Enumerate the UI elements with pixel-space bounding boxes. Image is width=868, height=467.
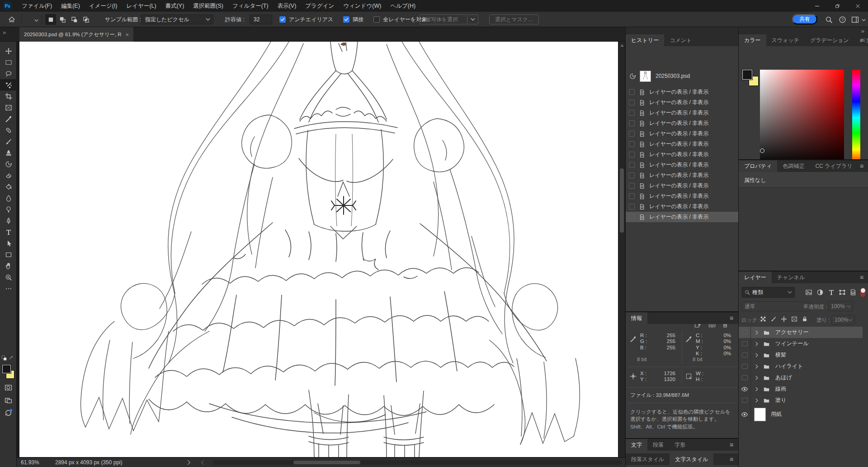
- tab-ヒストリー[interactable]: ヒストリー: [626, 34, 664, 46]
- document-tab[interactable]: 20250303.psd @ 61.9% (アクセサリー, RGB/8) * ×: [19, 27, 133, 42]
- info-panel-menu-icon[interactable]: ≡: [728, 315, 735, 322]
- share-button[interactable]: 共有: [792, 14, 817, 24]
- subtract-selection-mode-button[interactable]: [69, 14, 80, 25]
- filter-type-layers-icon[interactable]: [828, 289, 835, 296]
- quick-mask-icon[interactable]: [5, 384, 12, 391]
- tab-カラー[interactable]: カラー: [739, 34, 766, 46]
- history-entry[interactable]: レイヤーの表示 / 非表示: [626, 87, 739, 97]
- history-source-slot[interactable]: [629, 162, 635, 168]
- document-tab-close-icon[interactable]: ×: [125, 31, 129, 38]
- menu-フィルター(T)[interactable]: フィルター(T): [228, 0, 273, 12]
- magic-wand-tool[interactable]: [0, 79, 17, 91]
- crop-tool[interactable]: [0, 91, 17, 102]
- foreground-color-swatch[interactable]: [2, 365, 11, 373]
- hue-slider[interactable]: [852, 70, 860, 166]
- path-select-tool[interactable]: [0, 238, 17, 249]
- menu-編集(E)[interactable]: 編集(E): [57, 0, 85, 12]
- visibility-toggle[interactable]: [739, 338, 751, 349]
- layer-row-横髪[interactable]: 横髪: [739, 349, 863, 361]
- expand-group-icon[interactable]: [755, 387, 759, 391]
- tab-コメント[interactable]: コメント: [664, 34, 697, 46]
- history-entry[interactable]: レイヤーの表示 / 非表示: [626, 139, 739, 149]
- select-subject-dropdown[interactable]: [467, 14, 478, 24]
- filter-pixel-layers-icon[interactable]: [805, 289, 812, 296]
- style-panel-menu-icon[interactable]: ≡: [728, 456, 735, 463]
- tab-スウォッチ[interactable]: スウォッチ: [766, 34, 805, 46]
- canvas-artwork[interactable]: [19, 42, 618, 457]
- menu-書式(Y)[interactable]: 書式(Y): [161, 0, 189, 12]
- dodge-tool[interactable]: [0, 204, 17, 215]
- menu-プラグイン[interactable]: プラグイン: [301, 0, 339, 12]
- properties-panel-menu-icon[interactable]: ≡: [858, 162, 865, 170]
- paint-bucket-tool[interactable]: [0, 181, 17, 192]
- lasso-tool[interactable]: [0, 68, 17, 79]
- history-source-slot[interactable]: [629, 131, 635, 137]
- opacity-input[interactable]: 100%: [828, 301, 853, 311]
- search-icon[interactable]: [825, 16, 833, 24]
- blur-tool[interactable]: [0, 192, 17, 204]
- history-entry[interactable]: レイヤーの表示 / 非表示: [626, 201, 739, 212]
- history-source-slot[interactable]: [629, 193, 635, 199]
- horizontal-scroll-thumb[interactable]: [293, 461, 360, 464]
- eyedropper-tool[interactable]: [0, 113, 17, 124]
- tab-レイヤー[interactable]: レイヤー: [739, 272, 772, 283]
- menu-ファイル(F)[interactable]: ファイル(F): [17, 0, 57, 12]
- tab-段落スタイル[interactable]: 段落スタイル: [626, 453, 670, 465]
- visibility-toggle[interactable]: [739, 406, 751, 423]
- history-brush-source-icon[interactable]: [629, 73, 636, 80]
- checkbox-隣接[interactable]: 隣接: [343, 16, 363, 24]
- expand-group-icon[interactable]: [755, 398, 759, 403]
- color-field-cursor[interactable]: [760, 148, 764, 153]
- layer-row-線画[interactable]: 線画: [739, 383, 863, 395]
- filter-adjustment-layers-icon[interactable]: [816, 289, 824, 296]
- tab-文字スタイル[interactable]: 文字スタイル: [670, 453, 713, 465]
- tab-グラデーション[interactable]: グラデーション: [805, 34, 854, 46]
- tab-プロパティ[interactable]: プロパティ: [739, 160, 777, 172]
- menu-ウィンドウ(W)[interactable]: ウィンドウ(W): [339, 0, 386, 12]
- menu-表示(V)[interactable]: 表示(V): [273, 0, 301, 12]
- menu-イメージ(I)[interactable]: イメージ(I): [85, 0, 122, 12]
- visibility-toggle[interactable]: [739, 383, 751, 395]
- close-button[interactable]: [848, 0, 868, 12]
- expand-group-icon[interactable]: [755, 353, 759, 357]
- expand-group-icon[interactable]: [755, 376, 759, 380]
- add-selection-mode-button[interactable]: [57, 14, 68, 25]
- layer-row-あほげ[interactable]: あほげ: [739, 372, 863, 383]
- tab-字形[interactable]: 字形: [669, 439, 691, 451]
- history-entry[interactable]: レイヤーの表示 / 非表示: [626, 108, 739, 118]
- default-colors-icon[interactable]: [2, 356, 7, 361]
- workspace-icon[interactable]: [851, 16, 859, 24]
- lock-artboard-icon[interactable]: [791, 316, 797, 322]
- history-source-slot[interactable]: [629, 120, 635, 126]
- scroll-left-arrow-icon[interactable]: [200, 460, 205, 465]
- rgb-eyedropper-icon[interactable]: [630, 336, 637, 343]
- history-entry[interactable]: レイヤーの表示 / 非表示: [626, 191, 739, 201]
- menu-ヘルプ(H)[interactable]: ヘルプ(H): [386, 0, 420, 12]
- lock-all-icon[interactable]: [802, 316, 808, 322]
- tab-チャンネル[interactable]: チャンネル: [772, 272, 810, 283]
- dock-collapse-icon[interactable]: »: [861, 28, 864, 34]
- layer-filter-toggle[interactable]: [860, 288, 865, 297]
- history-entry[interactable]: レイヤーの表示 / 非表示: [626, 212, 739, 222]
- swap-colors-icon[interactable]: [9, 356, 14, 361]
- vertical-scrollbar[interactable]: [619, 42, 625, 457]
- history-entry[interactable]: レイヤーの表示 / 非表示: [626, 160, 739, 170]
- history-source-slot[interactable]: [629, 89, 635, 95]
- visibility-toggle[interactable]: [739, 372, 751, 383]
- tab-色調補正[interactable]: 色調補正: [777, 160, 810, 172]
- visibility-toggle[interactable]: [739, 327, 751, 338]
- tab-文字[interactable]: 文字: [626, 439, 647, 451]
- history-entry[interactable]: レイヤーの表示 / 非表示: [626, 170, 739, 181]
- history-entry[interactable]: レイヤーの表示 / 非表示: [626, 118, 739, 129]
- history-source-slot[interactable]: [629, 172, 635, 178]
- layer-row-ツインテール[interactable]: ツインテール: [739, 338, 863, 349]
- lock-transparency-icon[interactable]: [760, 316, 766, 322]
- lock-pixels-icon[interactable]: [770, 316, 777, 322]
- zoom-tool[interactable]: [0, 272, 17, 283]
- layer-row-用紙[interactable]: 用紙: [739, 406, 863, 423]
- tolerance-input[interactable]: 32: [250, 14, 272, 24]
- marquee-tool[interactable]: [0, 57, 17, 68]
- history-source-slot[interactable]: [629, 183, 635, 189]
- brush-tool[interactable]: [0, 136, 17, 147]
- vertical-scroll-thumb[interactable]: [620, 168, 624, 233]
